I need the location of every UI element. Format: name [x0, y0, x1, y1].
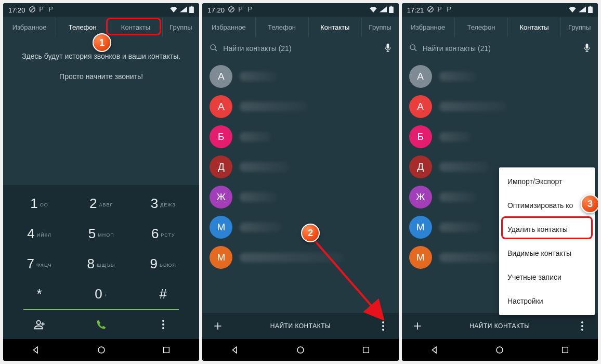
battery-icon	[389, 6, 394, 15]
svg-point-31	[581, 329, 583, 331]
contact-row[interactable]: Д	[202, 152, 398, 182]
empty-line1: Здесь будут история звонков и ваши конта…	[19, 51, 184, 62]
dial-key-7[interactable]: 7ФХЦЧ	[8, 249, 70, 279]
contact-row[interactable]: Б	[202, 122, 398, 152]
tab-favourites[interactable]: Избранное	[202, 18, 255, 37]
svg-line-14	[215, 49, 217, 51]
nav-back[interactable]	[30, 344, 42, 356]
find-contacts-label[interactable]: НАЙТИ КОНТАКТЫ	[433, 322, 567, 330]
nav-recent[interactable]	[559, 344, 571, 356]
svg-point-6	[162, 327, 164, 329]
nav-back[interactable]	[229, 344, 241, 356]
svg-point-4	[162, 320, 164, 322]
avatar: А	[210, 65, 232, 88]
dial-key-0[interactable]: 0+	[70, 279, 132, 309]
tab-phone[interactable]: Телефон	[455, 18, 508, 37]
svg-rect-12	[390, 6, 392, 7]
contact-name-blurred	[240, 132, 271, 141]
tab-groups[interactable]: Группы	[561, 18, 598, 37]
status-bar: 17:20	[3, 3, 199, 17]
contact-name-blurred	[439, 102, 507, 111]
flag-icon	[48, 6, 55, 14]
nav-recent[interactable]	[161, 344, 172, 356]
search-bar[interactable]: Найти контакты (21)	[402, 37, 598, 59]
tab-groups[interactable]: Группы	[163, 18, 200, 37]
nav-home[interactable]	[494, 344, 505, 356]
mic-icon[interactable]	[583, 43, 591, 54]
add-button[interactable]	[402, 321, 433, 331]
menu-import-export[interactable]: Импорт/Экспорт	[499, 170, 595, 193]
call-button[interactable]	[70, 319, 132, 330]
nav-home[interactable]	[96, 344, 107, 356]
avatar: Б	[409, 125, 432, 148]
status-time: 17:20	[207, 6, 225, 14]
svg-point-32	[497, 347, 503, 353]
add-contact-button[interactable]	[8, 319, 70, 330]
search-bar[interactable]: Найти контакты (21)	[202, 37, 398, 59]
dial-key-3[interactable]: 3ДЕЖЗ	[132, 188, 194, 218]
svg-point-5	[162, 323, 164, 326]
menu-settings[interactable]: Настройки	[499, 289, 595, 313]
contact-name-blurred	[439, 162, 489, 172]
svg-rect-33	[563, 347, 568, 353]
tab-favourites[interactable]: Избранное	[402, 18, 455, 37]
dial-key-star[interactable]: *	[8, 279, 70, 309]
nav-back[interactable]	[429, 344, 440, 356]
contact-name-blurred	[439, 192, 476, 202]
contact-row[interactable]: А	[402, 61, 598, 92]
svg-rect-3	[191, 6, 193, 7]
dial-key-1[interactable]: 1ОО	[8, 188, 70, 218]
mic-icon[interactable]	[384, 43, 391, 54]
svg-point-13	[211, 45, 215, 49]
svg-rect-11	[389, 6, 394, 12]
wifi-icon	[169, 6, 178, 14]
menu-visible-contacts[interactable]: Видимые контакты	[499, 241, 595, 265]
tabs: Избранное Телефон Контакты Группы	[202, 17, 398, 37]
contact-name-blurred	[439, 72, 476, 81]
add-button[interactable]	[202, 321, 233, 331]
signal-icon	[579, 6, 586, 14]
dial-key-8[interactable]: 8ШЩЪЫ	[70, 249, 132, 279]
dial-key-9[interactable]: 9ЬЭЮЯ	[132, 249, 194, 279]
dial-key-4[interactable]: 4ИЙКЛ	[8, 218, 70, 249]
dial-key-6[interactable]: 6РСТУ	[132, 218, 194, 249]
contact-row[interactable]: М	[202, 212, 398, 242]
contact-row[interactable]: А	[402, 92, 598, 122]
contact-name-blurred	[240, 162, 289, 172]
more-button[interactable]	[132, 320, 194, 329]
dial-key-5[interactable]: 5МНОП	[70, 218, 132, 249]
tab-phone[interactable]: Телефон	[256, 18, 309, 37]
contact-name-blurred	[240, 223, 281, 232]
tab-contacts[interactable]: Контакты	[508, 18, 561, 37]
contact-row[interactable]: Ж	[202, 182, 398, 212]
nav-recent[interactable]	[360, 344, 372, 356]
tab-contacts[interactable]: Контакты	[109, 18, 162, 37]
svg-rect-20	[363, 347, 369, 353]
contact-name-blurred	[439, 132, 471, 141]
menu-accounts[interactable]: Учетные записи	[499, 265, 595, 289]
context-menu: Импорт/Экспорт Оптимизировать ко Удалить…	[499, 167, 595, 315]
more-button[interactable]	[368, 321, 399, 331]
no-entry-icon	[228, 6, 235, 15]
tab-groups[interactable]: Группы	[362, 18, 399, 37]
menu-delete-contacts[interactable]: Удалить контакты	[499, 217, 595, 241]
contacts-list[interactable]: ААБДЖММ	[202, 59, 398, 313]
find-contacts-label[interactable]: НАЙТИ КОНТАКТЫ	[233, 322, 367, 330]
contact-name-blurred	[439, 253, 502, 262]
contact-row[interactable]: А	[202, 61, 398, 92]
tab-contacts[interactable]: Контакты	[309, 18, 362, 37]
contact-row[interactable]: А	[202, 92, 398, 122]
contact-row[interactable]: М	[202, 242, 398, 272]
tabs: Избранное Телефон Контакты Группы	[402, 17, 598, 37]
nav-home[interactable]	[295, 344, 306, 356]
tab-favourites[interactable]: Избранное	[3, 18, 56, 37]
flag-icon	[238, 6, 244, 14]
avatar: Д	[409, 155, 432, 178]
svg-rect-15	[386, 43, 389, 48]
dial-key-hash[interactable]: #	[132, 279, 194, 309]
contact-row[interactable]: Б	[402, 122, 598, 152]
dial-key-2[interactable]: 2АБВГ	[70, 188, 132, 218]
nav-bar	[402, 339, 598, 361]
more-button[interactable]	[567, 321, 598, 331]
bottom-bar: НАЙТИ КОНТАКТЫ	[402, 313, 598, 339]
